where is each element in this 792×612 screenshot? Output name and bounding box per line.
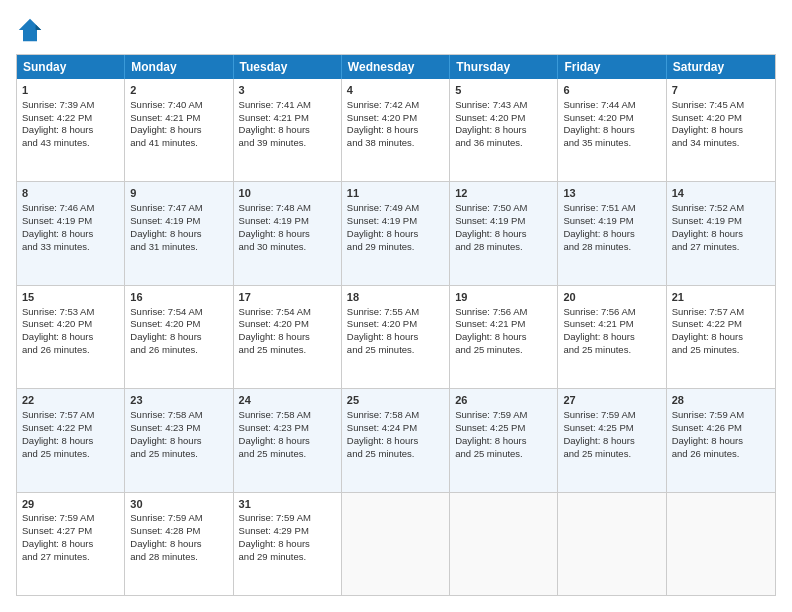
calendar-cell (558, 493, 666, 595)
calendar-cell: 11Sunrise: 7:49 AMSunset: 4:19 PMDayligh… (342, 182, 450, 284)
day-info-line: Sunrise: 7:59 AM (455, 409, 552, 422)
day-info-line: Sunrise: 7:40 AM (130, 99, 227, 112)
calendar-cell (342, 493, 450, 595)
calendar-row: 22Sunrise: 7:57 AMSunset: 4:22 PMDayligh… (17, 388, 775, 491)
day-info-line: Sunrise: 7:42 AM (347, 99, 444, 112)
day-number: 27 (563, 393, 660, 408)
day-info-line: Daylight: 8 hours (563, 435, 660, 448)
day-number: 16 (130, 290, 227, 305)
calendar: SundayMondayTuesdayWednesdayThursdayFrid… (16, 54, 776, 596)
day-info-line: Sunset: 4:21 PM (563, 318, 660, 331)
calendar-cell: 25Sunrise: 7:58 AMSunset: 4:24 PMDayligh… (342, 389, 450, 491)
day-info-line: Daylight: 8 hours (239, 124, 336, 137)
day-number: 21 (672, 290, 770, 305)
day-info-line: Daylight: 8 hours (22, 124, 119, 137)
day-info-line: Sunrise: 7:47 AM (130, 202, 227, 215)
day-number: 5 (455, 83, 552, 98)
day-info-line: Sunset: 4:22 PM (672, 318, 770, 331)
day-info-line: and 26 minutes. (130, 344, 227, 357)
day-number: 18 (347, 290, 444, 305)
day-info-line: Sunset: 4:19 PM (130, 215, 227, 228)
day-info-line: Sunset: 4:22 PM (22, 422, 119, 435)
day-info-line: Daylight: 8 hours (672, 228, 770, 241)
day-info-line: Daylight: 8 hours (455, 228, 552, 241)
day-info-line: Daylight: 8 hours (672, 124, 770, 137)
calendar-cell: 29Sunrise: 7:59 AMSunset: 4:27 PMDayligh… (17, 493, 125, 595)
day-info-line: Sunrise: 7:54 AM (239, 306, 336, 319)
calendar-cell: 19Sunrise: 7:56 AMSunset: 4:21 PMDayligh… (450, 286, 558, 388)
day-number: 8 (22, 186, 119, 201)
day-info-line: and 25 minutes. (130, 448, 227, 461)
calendar-cell (667, 493, 775, 595)
day-info-line: and 25 minutes. (22, 448, 119, 461)
calendar-cell: 15Sunrise: 7:53 AMSunset: 4:20 PMDayligh… (17, 286, 125, 388)
day-info-line: and 25 minutes. (347, 344, 444, 357)
day-number: 12 (455, 186, 552, 201)
day-number: 30 (130, 497, 227, 512)
weekday-header: Tuesday (234, 55, 342, 79)
day-info-line: and 30 minutes. (239, 241, 336, 254)
day-number: 25 (347, 393, 444, 408)
calendar-cell: 26Sunrise: 7:59 AMSunset: 4:25 PMDayligh… (450, 389, 558, 491)
day-info-line: Daylight: 8 hours (563, 124, 660, 137)
day-info-line: Sunset: 4:24 PM (347, 422, 444, 435)
calendar-cell: 20Sunrise: 7:56 AMSunset: 4:21 PMDayligh… (558, 286, 666, 388)
day-info-line: Daylight: 8 hours (563, 331, 660, 344)
day-info-line: Sunset: 4:20 PM (563, 112, 660, 125)
day-info-line: and 27 minutes. (672, 241, 770, 254)
weekday-header: Friday (558, 55, 666, 79)
day-info-line: Daylight: 8 hours (239, 228, 336, 241)
day-info-line: Sunrise: 7:52 AM (672, 202, 770, 215)
calendar-cell: 3Sunrise: 7:41 AMSunset: 4:21 PMDaylight… (234, 79, 342, 181)
day-info-line: Sunrise: 7:59 AM (563, 409, 660, 422)
day-info-line: Daylight: 8 hours (347, 435, 444, 448)
calendar-header: SundayMondayTuesdayWednesdayThursdayFrid… (17, 55, 775, 79)
day-info-line: Sunrise: 7:58 AM (347, 409, 444, 422)
day-info-line: Sunrise: 7:58 AM (130, 409, 227, 422)
page: SundayMondayTuesdayWednesdayThursdayFrid… (0, 0, 792, 612)
day-info-line: Sunset: 4:19 PM (672, 215, 770, 228)
day-info-line: Daylight: 8 hours (130, 435, 227, 448)
calendar-cell: 6Sunrise: 7:44 AMSunset: 4:20 PMDaylight… (558, 79, 666, 181)
day-info-line: Sunrise: 7:50 AM (455, 202, 552, 215)
day-info-line: Sunset: 4:27 PM (22, 525, 119, 538)
day-info-line: and 25 minutes. (347, 448, 444, 461)
day-info-line: and 25 minutes. (239, 448, 336, 461)
day-info-line: Sunset: 4:25 PM (563, 422, 660, 435)
day-info-line: Sunset: 4:29 PM (239, 525, 336, 538)
day-info-line: Daylight: 8 hours (347, 228, 444, 241)
day-number: 2 (130, 83, 227, 98)
calendar-cell (450, 493, 558, 595)
day-info-line: Daylight: 8 hours (22, 228, 119, 241)
calendar-cell: 22Sunrise: 7:57 AMSunset: 4:22 PMDayligh… (17, 389, 125, 491)
day-info-line: Daylight: 8 hours (672, 331, 770, 344)
day-info-line: Sunrise: 7:41 AM (239, 99, 336, 112)
logo-icon (16, 16, 44, 44)
day-info-line: Sunset: 4:19 PM (239, 215, 336, 228)
day-info-line: Sunrise: 7:59 AM (130, 512, 227, 525)
day-info-line: Daylight: 8 hours (239, 435, 336, 448)
day-info-line: Sunrise: 7:51 AM (563, 202, 660, 215)
day-info-line: Sunset: 4:20 PM (347, 112, 444, 125)
calendar-row: 29Sunrise: 7:59 AMSunset: 4:27 PMDayligh… (17, 492, 775, 595)
day-info-line: and 43 minutes. (22, 137, 119, 150)
day-number: 14 (672, 186, 770, 201)
day-info-line: Daylight: 8 hours (22, 331, 119, 344)
weekday-header: Sunday (17, 55, 125, 79)
day-info-line: Sunrise: 7:59 AM (22, 512, 119, 525)
calendar-cell: 27Sunrise: 7:59 AMSunset: 4:25 PMDayligh… (558, 389, 666, 491)
day-info-line: Sunrise: 7:46 AM (22, 202, 119, 215)
calendar-cell: 7Sunrise: 7:45 AMSunset: 4:20 PMDaylight… (667, 79, 775, 181)
day-info-line: and 27 minutes. (22, 551, 119, 564)
day-number: 24 (239, 393, 336, 408)
calendar-cell: 2Sunrise: 7:40 AMSunset: 4:21 PMDaylight… (125, 79, 233, 181)
day-info-line: and 26 minutes. (22, 344, 119, 357)
day-info-line: and 25 minutes. (672, 344, 770, 357)
day-info-line: and 28 minutes. (455, 241, 552, 254)
day-number: 1 (22, 83, 119, 98)
day-number: 9 (130, 186, 227, 201)
day-info-line: and 41 minutes. (130, 137, 227, 150)
day-info-line: Sunset: 4:21 PM (239, 112, 336, 125)
day-number: 20 (563, 290, 660, 305)
day-info-line: and 36 minutes. (455, 137, 552, 150)
